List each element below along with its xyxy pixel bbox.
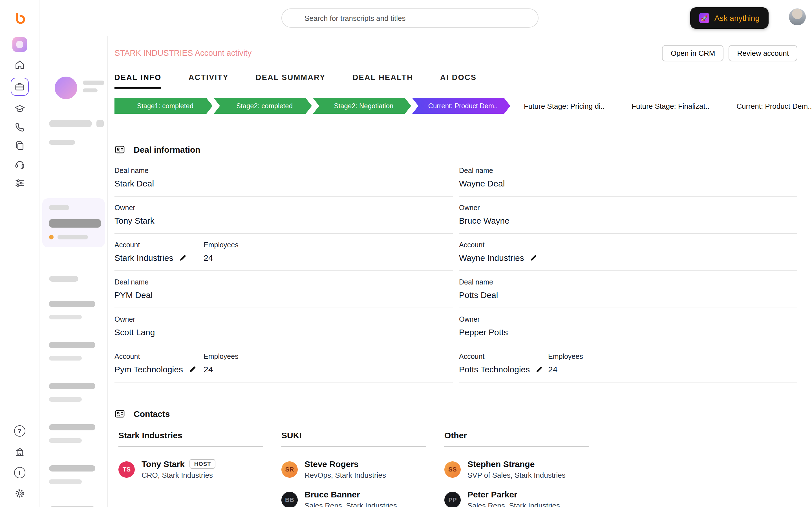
contact-subtitle: SVP of Sales, Stark Industries bbox=[467, 471, 566, 480]
contact-row[interactable]: SR Steve Rogers RevOps, Stark Industries bbox=[282, 459, 426, 480]
owner-value: Pepper Potts bbox=[459, 327, 508, 337]
contact-subtitle: Sales Reps, Stark Industries bbox=[305, 501, 397, 507]
search-input[interactable] bbox=[282, 8, 539, 27]
app-logo-icon[interactable] bbox=[11, 11, 28, 27]
contact-subtitle: CRO, Stark Industries bbox=[142, 471, 215, 480]
list-item[interactable] bbox=[49, 465, 101, 484]
future-stage-label[interactable]: Current: Product Dem.. bbox=[737, 102, 812, 110]
home-icon[interactable] bbox=[14, 59, 25, 70]
deal-column-right: Deal name Wayne Deal Owner Bruce Wayne A… bbox=[459, 159, 797, 383]
user-avatar[interactable] bbox=[789, 8, 806, 25]
contact-row[interactable]: TS Tony Stark HOST CRO, Stark Industries bbox=[118, 459, 263, 480]
contact-avatar: SR bbox=[282, 461, 298, 477]
contact-row[interactable]: PP Peter Parker Sales Reps, Stark Indust… bbox=[444, 490, 589, 507]
selected-meeting-card[interactable] bbox=[42, 198, 105, 247]
list-section-label-placeholder bbox=[49, 276, 79, 282]
contact-name: Tony Stark bbox=[142, 459, 185, 469]
deal-name-value: Stark Deal bbox=[114, 179, 154, 188]
open-in-crm-button[interactable]: Open in CRM bbox=[662, 45, 724, 61]
list-item[interactable] bbox=[49, 424, 101, 443]
topbar: 🚀 Ask anything bbox=[39, 0, 812, 36]
ask-anything-button[interactable]: 🚀 Ask anything bbox=[690, 7, 769, 29]
deal-field-row: Account Stark Industries Employees 24 bbox=[114, 234, 453, 271]
contact-group-name: Stark Industries bbox=[118, 431, 263, 447]
edit-account-icon[interactable] bbox=[188, 365, 197, 374]
panel-filter-placeholder[interactable] bbox=[49, 120, 104, 127]
contact-group: SUKI SR Steve Rogers RevOps, Stark Indus… bbox=[282, 431, 426, 507]
deal-field-row: Owner Tony Stark bbox=[114, 196, 453, 234]
contact-avatar: PP bbox=[444, 492, 461, 507]
meeting-list bbox=[49, 301, 101, 507]
account-value: Pym Technologies bbox=[114, 364, 183, 374]
contact-card-icon bbox=[114, 408, 125, 419]
contacts-title: Contacts bbox=[134, 409, 170, 418]
list-item[interactable] bbox=[49, 301, 101, 320]
panel-label-placeholder bbox=[49, 140, 75, 145]
calls-phone-icon[interactable] bbox=[14, 122, 25, 133]
future-stage-label[interactable]: Future Stage: Finalizat.. bbox=[631, 102, 709, 110]
tab-activity[interactable]: ACTIVITY bbox=[189, 73, 229, 89]
contact-row[interactable]: SS Stephen Strange SVP of Sales, Stark I… bbox=[444, 459, 589, 480]
organization-building-icon[interactable] bbox=[14, 446, 25, 457]
contact-name: Stephen Strange bbox=[467, 459, 535, 469]
employees-value: 24 bbox=[204, 253, 213, 263]
deal-name-value: PYM Deal bbox=[114, 290, 153, 300]
owner-value: Tony Stark bbox=[114, 216, 154, 225]
profile-letter-i-icon[interactable]: I bbox=[14, 467, 25, 478]
deal-tabs: DEAL INFO ACTIVITY DEAL SUMMARY DEAL HEA… bbox=[114, 73, 797, 89]
contact-name: Steve Rogers bbox=[305, 459, 359, 469]
contacts-grid: Stark Industries TS Tony Stark HOST CRO,… bbox=[114, 431, 797, 507]
deal-information-title: Deal information bbox=[134, 145, 200, 154]
deal-field-row: Owner Bruce Wayne bbox=[459, 196, 797, 234]
contact-avatar: TS bbox=[118, 461, 135, 477]
edit-account-icon[interactable] bbox=[178, 253, 187, 262]
list-item[interactable] bbox=[49, 383, 101, 402]
app-root: ? I 🚀 Ask anything bbox=[0, 0, 812, 507]
account-avatar[interactable] bbox=[55, 76, 77, 99]
stage-chip-completed[interactable]: Stage2: completed bbox=[214, 98, 312, 114]
tab-deal-health[interactable]: DEAL HEALTH bbox=[353, 73, 413, 89]
tab-deal-summary[interactable]: DEAL SUMMARY bbox=[256, 73, 326, 89]
support-headset-icon[interactable] bbox=[14, 159, 25, 170]
meetings-panel bbox=[39, 36, 107, 507]
deal-field-row: Deal name Wayne Deal bbox=[459, 159, 797, 196]
edit-account-icon[interactable] bbox=[535, 365, 544, 374]
icon-sidebar: ? I bbox=[0, 0, 40, 507]
contact-group-name: SUKI bbox=[282, 431, 426, 447]
deal-field-row: Deal name Potts Deal bbox=[459, 271, 797, 308]
edit-account-icon[interactable] bbox=[529, 253, 538, 262]
preferences-sliders-icon[interactable] bbox=[14, 177, 25, 189]
help-icon[interactable]: ? bbox=[14, 425, 25, 437]
settings-gear-icon[interactable] bbox=[14, 488, 25, 499]
stage-pipeline: Stage1: completed Stage2: completed Stag… bbox=[114, 98, 797, 114]
list-item[interactable] bbox=[49, 342, 101, 360]
documents-icon[interactable] bbox=[14, 140, 25, 152]
review-account-button[interactable]: Review account bbox=[728, 45, 797, 61]
deals-briefcase-icon bbox=[14, 81, 25, 93]
owner-value: Scott Lang bbox=[114, 327, 155, 337]
contact-name: Bruce Banner bbox=[305, 490, 360, 499]
learning-graduation-icon[interactable] bbox=[14, 103, 25, 114]
stage-chip-current[interactable]: Current: Product Dem.. bbox=[412, 98, 510, 114]
deals-nav-active[interactable] bbox=[10, 78, 29, 96]
tab-deal-info[interactable]: DEAL INFO bbox=[114, 73, 161, 89]
workspace-avatar-icon[interactable] bbox=[12, 37, 27, 52]
contact-card-icon bbox=[114, 144, 125, 155]
owner-value: Bruce Wayne bbox=[459, 216, 509, 225]
contact-group-name: Other bbox=[444, 431, 589, 447]
deal-field-row: Account Wayne Industries bbox=[459, 234, 797, 271]
future-stage-label[interactable]: Future Stage: Pricing di.. bbox=[524, 102, 605, 110]
tab-ai-docs[interactable]: AI DOCS bbox=[440, 73, 476, 89]
deal-name-value: Wayne Deal bbox=[459, 179, 505, 188]
account-value: Potts Technologies bbox=[459, 364, 530, 374]
contact-row[interactable]: BB Bruce Banner Sales Reps, Stark Indust… bbox=[282, 490, 426, 507]
stage-chip-completed[interactable]: Stage1: completed bbox=[114, 98, 213, 114]
status-dot bbox=[49, 235, 54, 239]
stage-chip-completed[interactable]: Stage2: Negotiation bbox=[313, 98, 411, 114]
deal-information-grid: Deal name Stark Deal Owner Tony Stark Ac… bbox=[114, 159, 797, 383]
deal-column-left: Deal name Stark Deal Owner Tony Stark Ac… bbox=[114, 159, 453, 383]
account-activity-main: STARK INDUSTRIES Account activity Open i… bbox=[107, 36, 812, 507]
contact-subtitle: Sales Reps, Stark Industries bbox=[467, 501, 560, 507]
account-value: Stark Industries bbox=[114, 253, 173, 263]
contact-avatar: SS bbox=[444, 461, 461, 477]
